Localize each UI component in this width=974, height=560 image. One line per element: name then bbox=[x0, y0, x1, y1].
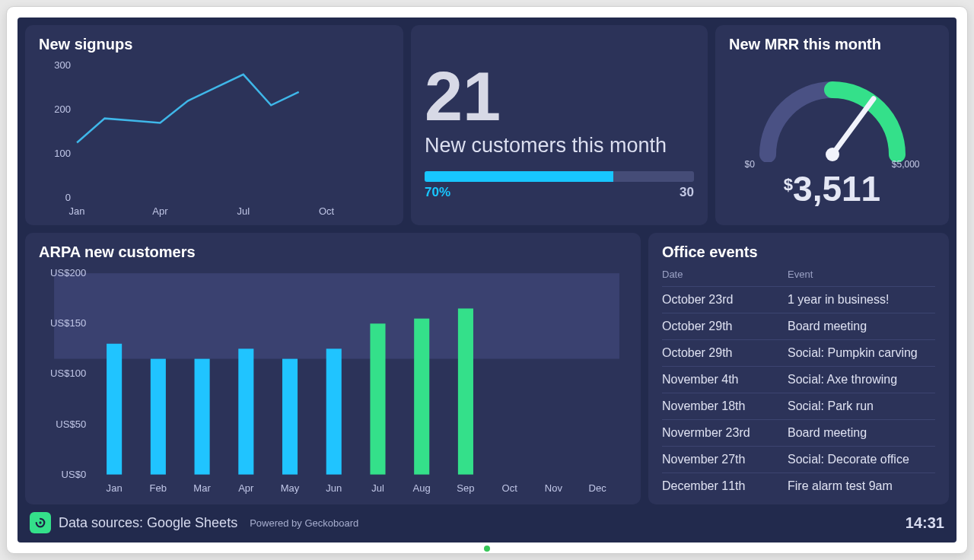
progress-fill bbox=[425, 171, 613, 182]
col-event: Event bbox=[788, 266, 935, 287]
svg-text:Dec: Dec bbox=[589, 482, 607, 494]
svg-text:May: May bbox=[281, 482, 300, 494]
gauge-min-label: $0 bbox=[745, 159, 755, 170]
table-row: October 29th Social: Pumpkin carving bbox=[662, 340, 935, 367]
svg-rect-17 bbox=[107, 344, 122, 475]
svg-text:Jul: Jul bbox=[371, 482, 384, 494]
monitor-led-icon bbox=[484, 546, 490, 552]
svg-rect-29 bbox=[370, 323, 385, 474]
col-date: Date bbox=[662, 266, 788, 287]
footer-powered: Powered by Geckoboard bbox=[250, 517, 358, 529]
card-new-mrr: New MRR this month $0 $5,000 $3,511 bbox=[715, 25, 949, 225]
svg-text:Oct: Oct bbox=[319, 205, 335, 217]
event-date: November 27th bbox=[662, 447, 788, 473]
svg-rect-31 bbox=[414, 319, 429, 475]
svg-text:Jun: Jun bbox=[326, 482, 342, 494]
svg-text:100: 100 bbox=[54, 148, 71, 159]
event-date: Novermber 23rd bbox=[662, 420, 788, 447]
progress-target: 30 bbox=[680, 185, 694, 200]
svg-text:Sep: Sep bbox=[457, 482, 474, 494]
events-table: Date Event October 23rd 1 year in busine… bbox=[662, 266, 935, 499]
event-name: 1 year in business! bbox=[788, 287, 935, 313]
svg-text:Nov: Nov bbox=[545, 482, 563, 494]
card-title: New signups bbox=[39, 36, 390, 53]
dashboard-screen: New signups 0100200300JanAprJulOct 21 Ne… bbox=[18, 18, 956, 542]
svg-rect-21 bbox=[195, 359, 210, 475]
table-row: November 27th Social: Decorate office bbox=[662, 447, 935, 473]
svg-rect-10 bbox=[54, 273, 619, 358]
svg-text:Apr: Apr bbox=[152, 205, 168, 217]
event-name: Social: Pumpkin carving bbox=[788, 340, 935, 367]
card-office-events: Office events Date Event October 23rd 1 … bbox=[648, 233, 949, 504]
svg-point-37 bbox=[39, 521, 41, 523]
svg-text:Aug: Aug bbox=[413, 482, 431, 494]
footer-sources: Data sources: Google Sheets bbox=[59, 515, 237, 531]
event-name: Social: Park run bbox=[788, 393, 935, 420]
svg-text:Apr: Apr bbox=[238, 482, 254, 494]
table-row: Novermber 23rd Board meeting bbox=[662, 420, 935, 447]
gauge-max-label: $5,000 bbox=[892, 159, 920, 170]
svg-text:Jan: Jan bbox=[69, 205, 85, 217]
svg-rect-19 bbox=[151, 359, 166, 475]
event-date: October 23rd bbox=[662, 287, 788, 313]
event-date: November 4th bbox=[662, 367, 788, 393]
svg-line-8 bbox=[832, 99, 874, 154]
geckoboard-logo-icon bbox=[30, 512, 51, 533]
event-date: December 11th bbox=[662, 473, 788, 500]
svg-rect-23 bbox=[238, 348, 253, 474]
svg-text:0: 0 bbox=[65, 192, 71, 203]
svg-text:US$150: US$150 bbox=[50, 317, 86, 329]
card-new-signups: New signups 0100200300JanAprJulOct bbox=[25, 25, 403, 225]
table-row: November 18th Social: Park run bbox=[662, 393, 935, 420]
svg-text:Mar: Mar bbox=[193, 482, 211, 494]
svg-rect-25 bbox=[282, 359, 298, 475]
svg-text:US$50: US$50 bbox=[56, 418, 86, 430]
event-name: Fire alarm test 9am bbox=[788, 473, 935, 500]
event-date: October 29th bbox=[662, 313, 788, 340]
table-row: October 23rd 1 year in business! bbox=[662, 287, 935, 313]
event-date: November 18th bbox=[662, 393, 788, 420]
event-name: Social: Axe throwing bbox=[788, 367, 935, 393]
monitor-frame: New signups 0100200300JanAprJulOct 21 Ne… bbox=[6, 6, 968, 554]
card-arpa: ARPA new customers US$0US$50US$100US$150… bbox=[25, 233, 641, 504]
svg-rect-27 bbox=[326, 348, 342, 474]
chart-arpa: US$0US$50US$100US$150US$200JanFebMarAprM… bbox=[39, 266, 627, 498]
event-name: Social: Decorate office bbox=[788, 447, 935, 473]
card-title: ARPA new customers bbox=[39, 243, 627, 261]
svg-text:Jul: Jul bbox=[237, 205, 250, 217]
gauge-chart bbox=[745, 63, 920, 162]
progress-bar bbox=[425, 171, 694, 182]
footer-clock: 14:31 bbox=[906, 514, 944, 532]
event-name: Board meeting bbox=[788, 420, 935, 447]
progress-wrap: 70% 30 bbox=[425, 171, 694, 200]
card-title: Office events bbox=[662, 243, 935, 261]
svg-rect-33 bbox=[458, 308, 473, 474]
svg-text:US$200: US$200 bbox=[50, 267, 86, 278]
table-row: November 4th Social: Axe throwing bbox=[662, 367, 935, 393]
event-date: October 29th bbox=[662, 340, 788, 367]
progress-percent: 70% bbox=[425, 185, 450, 200]
metric-value: 21 bbox=[425, 62, 694, 131]
table-row: October 29th Board meeting bbox=[662, 313, 935, 340]
svg-text:Oct: Oct bbox=[502, 482, 518, 494]
svg-text:200: 200 bbox=[54, 103, 71, 115]
event-name: Board meeting bbox=[788, 313, 935, 340]
card-new-customers: 21 New customers this month 70% 30 bbox=[411, 25, 708, 225]
svg-text:300: 300 bbox=[54, 59, 71, 71]
gauge-value: $3,511 bbox=[784, 168, 880, 209]
metric-label: New customers this month bbox=[425, 134, 694, 158]
table-row: December 11th Fire alarm test 9am bbox=[662, 473, 935, 500]
card-title: New MRR this month bbox=[729, 36, 935, 53]
svg-text:US$100: US$100 bbox=[50, 368, 86, 379]
dashboard-footer: Data sources: Google Sheets Powered by G… bbox=[25, 512, 949, 535]
svg-text:US$0: US$0 bbox=[62, 469, 87, 480]
chart-new-signups: 0100200300JanAprJulOct bbox=[39, 58, 390, 221]
svg-text:Feb: Feb bbox=[150, 482, 167, 494]
svg-text:Jan: Jan bbox=[107, 482, 123, 494]
